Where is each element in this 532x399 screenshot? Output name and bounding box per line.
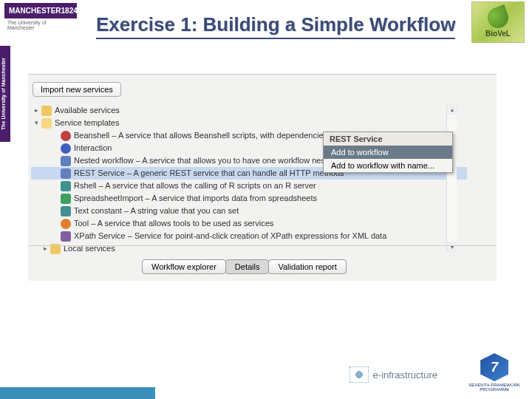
leaf-icon	[485, 4, 511, 31]
tab-workflow-explorer[interactable]: Workflow explorer	[142, 259, 226, 274]
fp7-badge-icon: 7	[480, 353, 508, 381]
bottom-tabs: Workflow explorer Details Validation rep…	[142, 259, 347, 274]
tree-label: SpreadsheetImport – A service that impor…	[74, 193, 317, 204]
tree-label: Rshell – A service that allows the calli…	[74, 180, 316, 191]
page-title: Exercise 1: Building a Simple Workflow	[96, 13, 455, 39]
tree-label: Interaction	[74, 143, 112, 154]
nested-workflow-icon	[61, 156, 71, 166]
tree-label: Tool – A service that allows tools to be…	[74, 218, 273, 229]
xpath-icon	[61, 231, 71, 242]
tree-label: Text constant – A string value that you …	[74, 205, 239, 216]
scroll-down-icon[interactable]: ▾	[447, 242, 457, 252]
services-panel: Import new services ▸ Available services…	[28, 74, 497, 281]
tree-label: REST Service – A generic REST service th…	[74, 168, 344, 179]
e-infra-label: e-infrastructure	[373, 369, 437, 381]
tree-label: Available services	[55, 105, 120, 116]
menu-item-add-to-workflow[interactable]: Add to workflow	[324, 146, 452, 159]
panel-divider	[28, 245, 497, 246]
tab-details[interactable]: Details	[225, 259, 270, 274]
e-infrastructure-logo: e-infrastructure	[349, 366, 437, 383]
tree-item-local[interactable]: ▸ Local services	[31, 242, 467, 255]
folder-open-icon	[41, 118, 52, 129]
context-menu: REST Service Add to workflow Add to work…	[323, 132, 453, 173]
footer-accent-bar	[0, 387, 155, 399]
bean-icon	[61, 131, 71, 141]
spreadsheet-icon	[61, 194, 71, 204]
text-icon	[61, 206, 71, 216]
manchester-subtitle: The University of Manchester	[4, 18, 77, 32]
tool-icon	[61, 219, 71, 229]
vertical-scrollbar[interactable]: ▴ ▾	[446, 104, 457, 252]
tree-item-tool[interactable]: Tool – A service that allows tools to be…	[31, 217, 467, 230]
menu-item-add-with-name[interactable]: Add to workflow with name...	[324, 159, 452, 172]
folder-icon	[41, 106, 52, 116]
manchester-name: MANCHESTER	[9, 7, 61, 15]
tree-item-spreadsheet[interactable]: SpreadsheetImport – A service that impor…	[31, 192, 467, 205]
tree-label: Service templates	[55, 117, 119, 129]
context-menu-title: REST Service	[324, 132, 452, 146]
scroll-up-icon[interactable]: ▴	[447, 104, 457, 115]
fp7-number: 7	[491, 360, 498, 375]
chevron-right-icon[interactable]: ▸	[33, 107, 40, 115]
manchester-year: 1824	[61, 7, 78, 15]
tree-item-templates[interactable]: ▾ Service templates	[31, 117, 467, 129]
tree-item-text[interactable]: Text constant – A string value that you …	[31, 205, 467, 217]
rshell-icon	[61, 181, 71, 191]
fp7-logo: 7 SEVENTH FRAMEWORK PROGRAMME	[468, 353, 520, 392]
e-infra-icon	[349, 366, 369, 383]
chevron-right-icon[interactable]: ▸	[41, 245, 49, 253]
tree-item-rshell[interactable]: Rshell – A service that allows the calli…	[31, 180, 467, 192]
interaction-icon	[61, 143, 71, 154]
biovel-logo: BioVeL	[471, 1, 525, 43]
biovel-label: BioVeL	[485, 30, 511, 38]
import-services-button[interactable]: Import new services	[33, 82, 121, 97]
services-tree: ▸ Available services ▾ Service templates…	[31, 104, 467, 255]
tab-validation[interactable]: Validation report	[268, 259, 346, 274]
tree-item-xpath[interactable]: XPath Service – Service for point-and-cl…	[31, 230, 467, 242]
fp7-sublabel: PROGRAMME	[468, 387, 520, 392]
chevron-down-icon[interactable]: ▾	[33, 120, 40, 127]
vertical-university-label: The University of Manchester	[0, 46, 10, 142]
tree-label: XPath Service – Service for point-and-cl…	[74, 231, 386, 242]
rest-icon	[61, 168, 71, 179]
manchester-logo: MANCHESTER 1824 The University of Manche…	[4, 3, 77, 32]
tree-item-available[interactable]: ▸ Available services	[31, 104, 467, 117]
